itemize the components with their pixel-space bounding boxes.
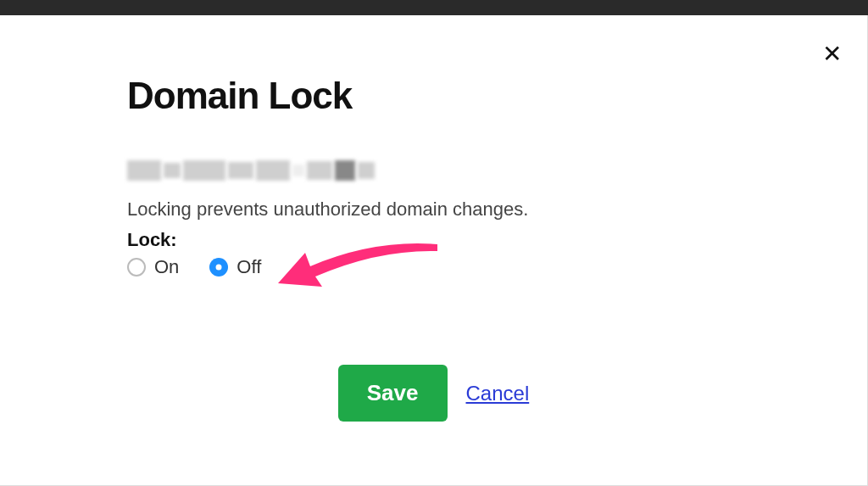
modal-title: Domain Lock bbox=[127, 75, 610, 117]
cancel-link[interactable]: Cancel bbox=[466, 382, 530, 405]
radio-circle-off bbox=[209, 258, 228, 277]
action-buttons: Save Cancel bbox=[0, 365, 867, 422]
radio-option-off[interactable]: Off bbox=[209, 256, 261, 278]
radio-option-on[interactable]: On bbox=[127, 256, 179, 278]
save-button[interactable]: Save bbox=[338, 365, 448, 422]
radio-circle-on bbox=[127, 258, 146, 277]
top-bar bbox=[0, 0, 868, 15]
close-button[interactable]: ✕ bbox=[822, 42, 842, 66]
domain-name-redacted bbox=[127, 159, 381, 182]
radio-label-on: On bbox=[154, 256, 179, 278]
domain-lock-modal: ✕ Domain Lock Locking prevents unauthori… bbox=[0, 15, 868, 486]
lock-radio-group: On Off bbox=[127, 256, 610, 278]
lock-description: Locking prevents unauthorized domain cha… bbox=[127, 198, 610, 221]
modal-content: Domain Lock Locking prevents unauthorize… bbox=[0, 15, 610, 278]
radio-label-off: Off bbox=[236, 256, 261, 278]
lock-label: Lock: bbox=[127, 229, 610, 251]
